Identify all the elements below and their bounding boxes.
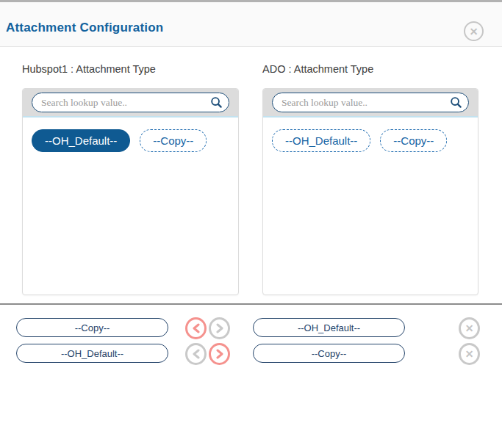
remove-mapping-button[interactable]: ✕ (459, 317, 480, 339)
arrow-left-button[interactable] (185, 343, 207, 365)
chip-copy[interactable]: --Copy-- (140, 129, 207, 152)
chip-copy[interactable]: --Copy-- (380, 129, 447, 152)
left-search-strip (23, 89, 238, 118)
right-panel-title: ADO : Attachment Type (262, 63, 373, 75)
dialog-header: Attachment Configuration ✕ (0, 2, 502, 47)
mapping-row: --Copy-- --OH_Default-- ✕ (0, 318, 502, 338)
arrow-left-icon (192, 349, 201, 359)
right-search-pill (272, 93, 469, 112)
dialog-close-button[interactable]: ✕ (464, 21, 484, 41)
arrow-left-button[interactable] (185, 317, 207, 339)
right-chip-row: --OH_Default-- --Copy-- (263, 118, 478, 164)
arrow-right-icon (215, 323, 224, 333)
mapping-source-button[interactable]: --Copy-- (16, 318, 168, 337)
chip-oh-default[interactable]: --OH_Default-- (32, 129, 130, 152)
left-attachment-panel: --OH_Default-- --Copy-- (22, 88, 239, 295)
left-search-input[interactable] (41, 97, 210, 109)
arrow-right-button[interactable] (209, 343, 230, 365)
mapping-source-button[interactable]: --OH_Default-- (16, 344, 168, 363)
right-attachment-panel: --OH_Default-- --Copy-- (262, 88, 478, 295)
close-icon: ✕ (470, 26, 478, 37)
chip-oh-default[interactable]: --OH_Default-- (272, 129, 370, 152)
left-search-pill (32, 93, 229, 112)
mapping-target-button[interactable]: --Copy-- (253, 344, 405, 363)
dialog-title: Attachment Configuration (6, 21, 163, 35)
right-search-input[interactable] (282, 97, 450, 109)
arrow-left-icon (192, 323, 201, 333)
left-chip-row: --OH_Default-- --Copy-- (23, 118, 238, 164)
search-icon (450, 96, 462, 109)
mapping-row: --OH_Default-- --Copy-- ✕ (0, 344, 502, 364)
left-panel-title: Hubspot1 : Attachment Type (22, 63, 156, 75)
remove-icon: ✕ (465, 323, 474, 333)
remove-icon: ✕ (465, 349, 474, 359)
section-divider (0, 303, 502, 305)
arrow-right-button[interactable] (209, 317, 230, 339)
search-icon (210, 96, 223, 109)
remove-mapping-button[interactable]: ✕ (459, 343, 480, 365)
right-search-strip (263, 89, 478, 118)
mapping-target-button[interactable]: --OH_Default-- (253, 318, 405, 337)
arrow-right-icon (215, 349, 224, 359)
